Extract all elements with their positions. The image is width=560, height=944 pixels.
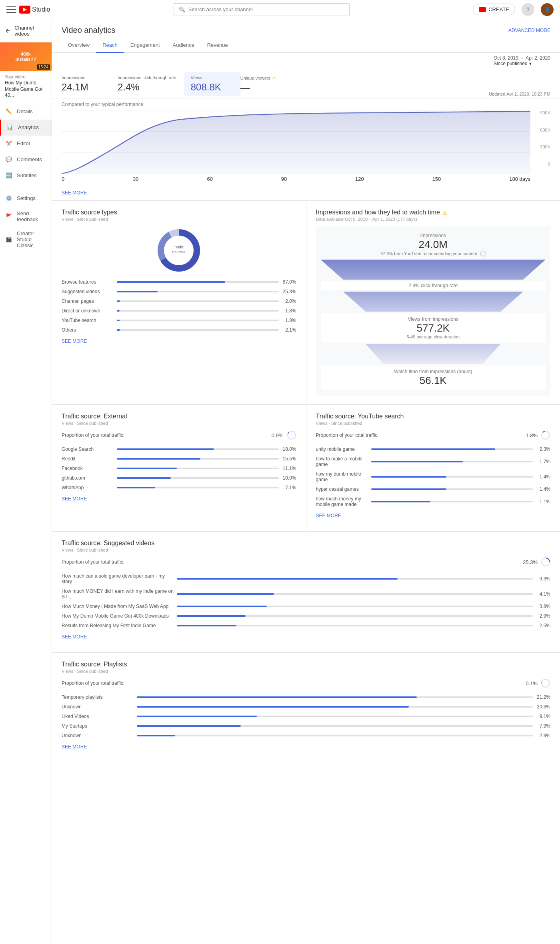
sidebar-item-feedback[interactable]: 🚩 Send feedback <box>0 206 52 226</box>
bar-item: Facebook 11.1% <box>62 466 296 471</box>
impressions-value: 24.1M <box>62 82 110 93</box>
bar-item: Temporary playlists 21.2% <box>62 694 550 700</box>
suggested-see-more[interactable]: SEE MORE <box>62 632 550 644</box>
sidebar-item-comments[interactable]: 💬 Comments <box>0 152 52 168</box>
tab-revenue[interactable]: Revenue <box>201 38 234 53</box>
search-area: 🔍 <box>50 3 473 16</box>
funnel-title: Impressions and how they led to watch ti… <box>316 209 440 216</box>
app-layout: Channel videos 400kInstalls?? 13:24 Your… <box>0 19 560 944</box>
back-arrow-icon <box>5 27 11 34</box>
external-see-more[interactable]: SEE MORE <box>62 494 296 506</box>
hamburger-menu[interactable] <box>6 5 16 14</box>
date-range-select[interactable]: Since published ▾ <box>494 61 550 66</box>
date-range-text: Oct 8, 2019 → Apr 2, 2020 <box>494 55 550 61</box>
traffic-see-more[interactable]: SEE MORE <box>62 337 296 349</box>
info-icon[interactable]: i <box>480 251 486 256</box>
user-avatar[interactable]: 👤 <box>541 3 554 16</box>
sidebar: Channel videos 400kInstalls?? 13:24 Your… <box>0 19 52 944</box>
top-navigation: Studio 🔍 CREATE ? 👤 <box>0 0 560 19</box>
bar-item-suggested: Suggested videos 25.3% <box>62 289 296 294</box>
sidebar-item-details[interactable]: ✏️ Details <box>0 104 52 120</box>
search-bar[interactable]: 🔍 <box>174 3 350 16</box>
ytsearch-subtitle: Views · Since published <box>316 421 551 426</box>
playlists-subtitle: Views · Since published <box>62 669 550 674</box>
bar-item: unity mobile game 2.3% <box>316 446 551 452</box>
tab-audience[interactable]: Audience <box>166 38 201 53</box>
yt-search-section: Traffic source: YouTube search Views · S… <box>306 405 560 531</box>
funnel-bar-2 <box>321 292 546 312</box>
funnel-bar-3 <box>321 344 546 364</box>
pencil-icon: ✏️ <box>5 108 13 116</box>
sidebar-item-editor[interactable]: ✂️ Editor <box>0 136 52 152</box>
bar-item: Unknown 20.6% <box>62 704 550 710</box>
bar-item-channel: Channel pages 2.0% <box>62 298 296 304</box>
help-button[interactable]: ? <box>522 3 534 16</box>
chevron-down-icon: ▾ <box>529 61 532 66</box>
traffic-title: Traffic source types <box>62 209 296 216</box>
suggested-videos-section: Traffic source: Suggested videos Views ·… <box>52 531 560 652</box>
sidebar-item-analytics[interactable]: 📊 Analytics <box>0 120 52 136</box>
metric-unique-viewers: Unique viewers ⚠ — <box>240 72 296 96</box>
playlists-title: Traffic source: Playlists <box>62 661 550 668</box>
metric-ctr: Impressions click-through rate 2.4% <box>118 72 184 96</box>
sidebar-item-settings[interactable]: ⚙️ Settings <box>0 190 52 206</box>
chart-subtitle: Compared to your typical performance <box>62 102 550 107</box>
create-label: CREATE <box>488 6 509 12</box>
chart-see-more[interactable]: SEE MORE <box>52 188 560 200</box>
bar-item: Google Search 18.0% <box>62 446 296 452</box>
proportion-circle <box>541 430 550 440</box>
bar-item: My Startups 7.9% <box>62 723 550 729</box>
search-input[interactable] <box>188 6 344 12</box>
chart-x-labels: 0 30 60 90 120 150 180 days <box>62 176 550 182</box>
bar-item: how to make a mobile game 1.7% <box>316 456 551 467</box>
back-to-channel[interactable]: Channel videos <box>0 19 52 42</box>
bar-item: Reddit 15.5% <box>62 456 296 462</box>
views-value: 808.8K <box>191 82 234 93</box>
traffic-sources-section: Traffic source types Views · Since publi… <box>52 201 306 404</box>
bar-item: github.com 10.0% <box>62 475 296 481</box>
feedback-icon: 🚩 <box>5 212 13 220</box>
advanced-mode-button[interactable]: ADVANCED MODE <box>508 28 550 33</box>
impressions-label: Impressions <box>62 75 110 80</box>
traffic-funnel-row: Traffic source types Views · Since publi… <box>52 200 560 404</box>
bar-item: How My Dumb Mobile Game Got 400k Downloa… <box>62 613 550 619</box>
proportion-circle <box>287 430 296 440</box>
playlists-proportion: Proportion of your total traffic: 0.1% <box>62 678 550 688</box>
comments-icon: 💬 <box>5 156 13 164</box>
date-range-area: Oct 8, 2019 → Apr 2, 2020 Since publishe… <box>52 53 560 67</box>
updated-text: Updated Apr 2, 2020, 10:23 PM <box>489 92 550 96</box>
bar-item-direct: Direct or unknown 1.8% <box>62 308 296 314</box>
nav-left: Studio <box>6 5 50 14</box>
bar-item: hyper casual games 1.4% <box>316 486 551 492</box>
sidebar-item-classic[interactable]: 🎬 Creator Studio Classic <box>0 226 52 252</box>
metric-impressions: Impressions 24.1M <box>62 72 118 96</box>
external-subtitle: Views · Since published <box>62 421 296 426</box>
proportion-circle <box>541 678 550 688</box>
sidebar-item-label: Details <box>17 108 33 114</box>
proportion-circle <box>541 557 550 567</box>
tab-engagement[interactable]: Engagement <box>124 38 166 53</box>
ctr-label: Impressions click-through rate <box>118 75 176 80</box>
video-thumbnail: 400kInstalls?? 13:24 <box>0 42 52 71</box>
sidebar-item-label: Comments <box>17 156 42 162</box>
views-label: Views <box>191 75 234 80</box>
page-title: Video analytics <box>62 26 115 35</box>
tab-reach[interactable]: Reach <box>96 38 124 53</box>
main-content: Video analytics ADVANCED MODE Overview R… <box>52 19 560 944</box>
svg-point-16 <box>542 679 550 687</box>
playlists-see-more[interactable]: SEE MORE <box>62 742 550 754</box>
warning-icon-funnel: ⚠ <box>442 210 447 216</box>
funnel-title-row: Impressions and how they led to watch ti… <box>316 209 551 217</box>
ytsearch-see-more[interactable]: SEE MORE <box>316 511 551 523</box>
unique-viewers-label: Unique viewers <box>240 76 270 80</box>
bar-item-ytsearch: YouTube search 1.8% <box>62 318 296 323</box>
bar-item: how much money my mobile game made 1.1% <box>316 496 551 507</box>
external-traffic-section: Traffic source: External Views · Since p… <box>52 405 306 531</box>
bar-item: Liked Videos 9.1% <box>62 714 550 719</box>
ytsearch-bar-list: unity mobile game 2.3% how to make a mob… <box>316 446 551 507</box>
sidebar-item-subtitles[interactable]: 🔤 Subtitles <box>0 168 52 184</box>
donut-chart: Traffic Sources <box>62 226 296 274</box>
suggested-subtitle: Views · Since published <box>62 548 550 552</box>
create-button[interactable]: CREATE <box>473 4 515 15</box>
tab-overview[interactable]: Overview <box>62 38 96 53</box>
